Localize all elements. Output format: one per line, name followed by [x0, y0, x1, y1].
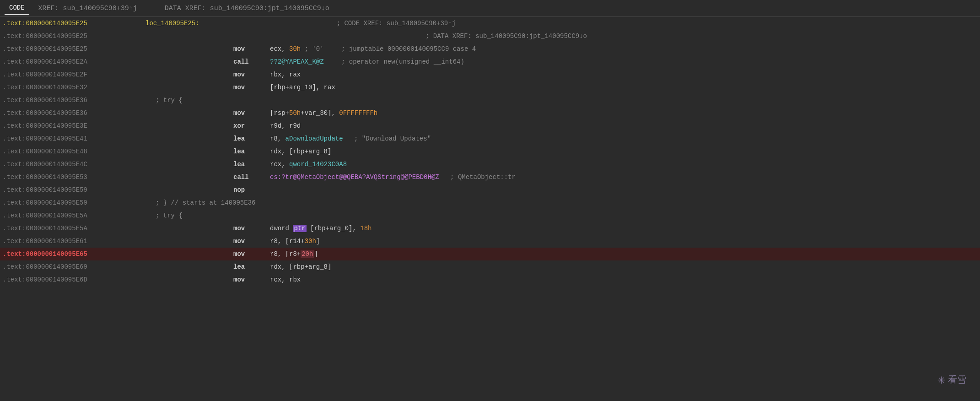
- operands: rdx, [rbp+arg_8]: [270, 145, 331, 158]
- address-highlighted: .text:0000000140095E65: [0, 248, 142, 260]
- mnemonic: xor: [233, 119, 270, 132]
- mnemonic: mov: [233, 107, 270, 119]
- code-line: .text:0000000140095E2F mov rbx, rax: [0, 68, 980, 81]
- code-line: .text:0000000140095E48 lea rdx, [rbp+arg…: [0, 145, 980, 158]
- address: .text:0000000140095E41: [0, 132, 142, 145]
- code-lines: .text:0000000140095E25 loc_140095E25: ; …: [0, 17, 980, 286]
- address: .text:0000000140095E53: [0, 171, 142, 184]
- comment: ; DATA XREF: sub_140095C90:jpt_140095CC9…: [142, 30, 587, 43]
- code-line: .text:0000000140095E25 loc_140095E25: ; …: [0, 17, 980, 30]
- address: .text:0000000140095E4C: [0, 158, 142, 171]
- mnemonic: mov: [233, 248, 270, 260]
- keyword-comment: ; } // starts at 140095E36: [142, 196, 255, 209]
- mnemonic: lea: [233, 260, 270, 273]
- header-data-xref: DATA XREF: sub_140095C90:jpt_140095CC9↓o: [165, 5, 329, 12]
- keyword-comment: ; try {: [142, 209, 183, 222]
- logo-area: ✳ 看雪: [937, 372, 966, 387]
- code-line: .text:0000000140095E69 lea rdx, [rbp+arg…: [0, 260, 980, 273]
- logo-text: 看雪: [948, 374, 966, 386]
- address: .text:0000000140095E48: [0, 145, 142, 158]
- code-line: .text:0000000140095E25 ; DATA XREF: sub_…: [0, 30, 980, 43]
- code-line: .text:0000000140095E6D mov rcx, rbx: [0, 273, 980, 286]
- address: .text:0000000140095E61: [0, 235, 142, 248]
- address: .text:0000000140095E5A: [0, 209, 142, 222]
- mnemonic: call: [233, 55, 270, 68]
- address: .text:0000000140095E25: [0, 30, 142, 43]
- address: .text:0000000140095E36: [0, 107, 142, 119]
- address: .text:0000000140095E32: [0, 81, 142, 94]
- code-line: .text:0000000140095E59 ; } // starts at …: [0, 196, 980, 209]
- operands: r8, [r8+20h]: [270, 248, 318, 260]
- operands: rdx, [rbp+arg_8]: [270, 260, 331, 273]
- mnemonic: mov: [233, 43, 270, 55]
- code-line: .text:0000000140095E2A call ??2@YAPEAX_K…: [0, 55, 980, 68]
- operands: [rsp+50h+var_30], 0FFFFFFFFh: [270, 107, 377, 119]
- mnemonic: mov: [233, 81, 270, 94]
- operands: cs:?tr@QMetaObject@@QEBA?AVQString@@PEBD…: [270, 171, 516, 184]
- code-header: CODE XREF: sub_140095C90+39↑j DATA XREF:…: [0, 0, 980, 17]
- mnemonic: nop: [233, 184, 270, 196]
- address: .text:0000000140095E5A: [0, 222, 142, 235]
- operands: r8, [r14+30h]: [270, 235, 320, 248]
- mnemonic: mov: [233, 273, 270, 286]
- mnemonic: mov: [233, 68, 270, 81]
- header-xref: XREF: sub_140095C90+39↑j: [38, 5, 137, 12]
- operands: rcx, rbx: [270, 273, 301, 286]
- code-line: .text:0000000140095E36 mov [rsp+50h+var_…: [0, 107, 980, 119]
- code-line-highlighted: .text:0000000140095E65 mov r8, [r8+20h]: [0, 248, 980, 260]
- highlight-offset: 20h: [301, 250, 314, 258]
- operands: ecx, 30h ; '0' ; jumptable 0000000140095…: [270, 43, 476, 55]
- operands: [rbp+arg_10], rax: [270, 81, 335, 94]
- code-line: .text:0000000140095E25 mov ecx, 30h ; '0…: [0, 43, 980, 55]
- address: .text:0000000140095E59: [0, 184, 142, 196]
- address: .text:0000000140095E6D: [0, 273, 142, 286]
- tab-code[interactable]: CODE: [5, 2, 29, 15]
- mnemonic: call: [233, 171, 270, 184]
- code-view: CODE XREF: sub_140095C90+39↑j DATA XREF:…: [0, 0, 980, 401]
- code-line: .text:0000000140095E4C lea rcx, qword_14…: [0, 158, 980, 171]
- code-line: .text:0000000140095E3E xor r9d, r9d: [0, 119, 980, 132]
- operands: r9d, r9d: [270, 119, 301, 132]
- code-line: .text:0000000140095E32 mov [rbp+arg_10],…: [0, 81, 980, 94]
- address: .text:0000000140095E36: [0, 94, 142, 107]
- code-line: .text:0000000140095E41 lea r8, aDownload…: [0, 132, 980, 145]
- mnemonic: mov: [233, 222, 270, 235]
- label: loc_140095E25:: [142, 17, 199, 30]
- comment: ; CODE XREF: sub_140095C90+39↑j: [199, 17, 456, 30]
- address: .text:0000000140095E69: [0, 260, 142, 273]
- mnemonic: lea: [233, 145, 270, 158]
- logo-icon: ✳: [937, 372, 945, 387]
- keyword-comment: ; try {: [142, 94, 183, 107]
- code-line: .text:0000000140095E5A mov dword ptr [rb…: [0, 222, 980, 235]
- operands: dword ptr [rbp+arg_0], 18h: [270, 222, 372, 235]
- code-line: .text:0000000140095E61 mov r8, [r14+30h]: [0, 235, 980, 248]
- address: .text:0000000140095E25: [0, 43, 142, 55]
- address: .text:0000000140095E3E: [0, 119, 142, 132]
- code-line: .text:0000000140095E36 ; try {: [0, 94, 980, 107]
- mnemonic: lea: [233, 158, 270, 171]
- code-line: .text:0000000140095E53 call cs:?tr@QMeta…: [0, 171, 980, 184]
- highlight-ptr: ptr: [293, 225, 306, 232]
- address: .text:0000000140095E59: [0, 196, 142, 209]
- operands: rcx, qword_14023C0A8: [270, 158, 347, 171]
- code-line: .text:0000000140095E5A ; try {: [0, 209, 980, 222]
- operands: ??2@YAPEAX_K@Z ; operator new(unsigned _…: [270, 55, 464, 68]
- mnemonic: mov: [233, 235, 270, 248]
- address: .text:0000000140095E25: [0, 17, 142, 30]
- address: .text:0000000140095E2A: [0, 55, 142, 68]
- operands: r8, aDownloadUpdate ; "Download Updates": [270, 132, 431, 145]
- mnemonic: lea: [233, 132, 270, 145]
- code-line: .text:0000000140095E59 nop: [0, 184, 980, 196]
- operands: rbx, rax: [270, 68, 301, 81]
- address: .text:0000000140095E2F: [0, 68, 142, 81]
